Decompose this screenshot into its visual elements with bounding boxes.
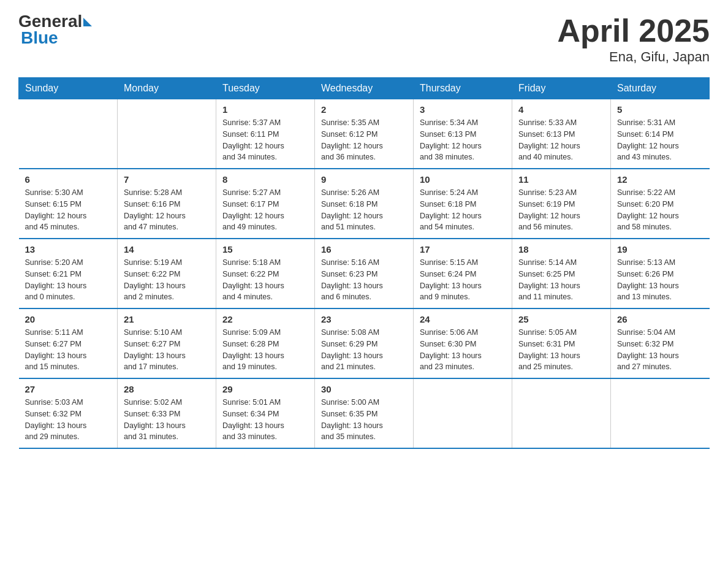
calendar-cell: 16Sunrise: 5:16 AMSunset: 6:23 PMDayligh… [315,239,414,308]
calendar-cell: 12Sunrise: 5:22 AMSunset: 6:20 PMDayligh… [611,169,710,239]
calendar-cell: 7Sunrise: 5:28 AMSunset: 6:16 PMDaylight… [118,169,216,239]
day-number: 22 [222,314,308,324]
day-number: 18 [518,244,604,255]
calendar-cell: 15Sunrise: 5:18 AMSunset: 6:22 PMDayligh… [216,239,315,308]
day-info: Sunrise: 5:02 AMSunset: 6:33 PMDaylight:… [124,397,210,443]
day-number: 25 [518,314,604,324]
day-info: Sunrise: 5:04 AMSunset: 6:32 PMDaylight:… [617,327,703,373]
calendar-cell: 14Sunrise: 5:19 AMSunset: 6:22 PMDayligh… [118,239,216,308]
calendar-subtitle: Ena, Gifu, Japan [557,49,710,65]
day-number: 27 [25,384,112,394]
title-area: April 2025 Ena, Gifu, Japan [557,12,710,65]
day-info: Sunrise: 5:33 AMSunset: 6:13 PMDaylight:… [518,117,604,163]
calendar-cell: 5Sunrise: 5:31 AMSunset: 6:14 PMDaylight… [611,99,710,169]
calendar-cell: 8Sunrise: 5:27 AMSunset: 6:17 PMDaylight… [216,169,315,239]
calendar-cell: 22Sunrise: 5:09 AMSunset: 6:28 PMDayligh… [216,308,315,378]
day-info: Sunrise: 5:37 AMSunset: 6:11 PMDaylight:… [222,117,308,163]
day-info: Sunrise: 5:31 AMSunset: 6:14 PMDaylight:… [617,117,703,163]
day-info: Sunrise: 5:18 AMSunset: 6:22 PMDaylight:… [222,257,308,303]
calendar-cell: 9Sunrise: 5:26 AMSunset: 6:18 PMDaylight… [315,169,414,239]
header-tuesday: Tuesday [216,78,315,99]
day-number: 7 [124,174,210,185]
header-row: Sunday Monday Tuesday Wednesday Thursday… [19,78,710,99]
day-number: 30 [321,384,407,394]
header-thursday: Thursday [414,78,512,99]
day-info: Sunrise: 5:19 AMSunset: 6:22 PMDaylight:… [124,257,210,303]
calendar-cell: 17Sunrise: 5:15 AMSunset: 6:24 PMDayligh… [414,239,512,308]
calendar-cell: 29Sunrise: 5:01 AMSunset: 6:34 PMDayligh… [216,378,315,448]
logo: General Blue [18,12,92,48]
day-number: 8 [222,174,308,185]
calendar-cell: 30Sunrise: 5:00 AMSunset: 6:35 PMDayligh… [315,378,414,448]
calendar-week-1: 1Sunrise: 5:37 AMSunset: 6:11 PMDaylight… [19,99,710,169]
day-info: Sunrise: 5:01 AMSunset: 6:34 PMDaylight:… [222,397,308,443]
calendar-cell: 6Sunrise: 5:30 AMSunset: 6:15 PMDaylight… [19,169,118,239]
day-info: Sunrise: 5:35 AMSunset: 6:12 PMDaylight:… [321,117,407,163]
logo-blue: Blue [21,28,58,47]
day-info: Sunrise: 5:24 AMSunset: 6:18 PMDaylight:… [420,187,506,233]
day-number: 14 [124,244,210,255]
day-number: 10 [420,174,506,185]
calendar-cell [512,378,611,448]
calendar-week-4: 20Sunrise: 5:11 AMSunset: 6:27 PMDayligh… [19,308,710,378]
calendar-cell: 18Sunrise: 5:14 AMSunset: 6:25 PMDayligh… [512,239,611,308]
day-info: Sunrise: 5:00 AMSunset: 6:35 PMDaylight:… [321,397,407,443]
day-number: 6 [25,174,112,185]
day-info: Sunrise: 5:10 AMSunset: 6:27 PMDaylight:… [124,327,210,373]
logo-triangle-icon [83,18,92,26]
calendar-cell: 24Sunrise: 5:06 AMSunset: 6:30 PMDayligh… [414,308,512,378]
day-info: Sunrise: 5:06 AMSunset: 6:30 PMDaylight:… [420,327,506,373]
calendar-cell [118,99,216,169]
day-info: Sunrise: 5:28 AMSunset: 6:16 PMDaylight:… [124,187,210,233]
day-info: Sunrise: 5:11 AMSunset: 6:27 PMDaylight:… [25,327,112,373]
calendar-cell [19,99,118,169]
day-number: 15 [222,244,308,255]
calendar-cell: 1Sunrise: 5:37 AMSunset: 6:11 PMDaylight… [216,99,315,169]
day-number: 28 [124,384,210,394]
day-number: 12 [617,174,703,185]
day-info: Sunrise: 5:08 AMSunset: 6:29 PMDaylight:… [321,327,407,373]
calendar-cell [611,378,710,448]
day-info: Sunrise: 5:05 AMSunset: 6:31 PMDaylight:… [518,327,604,373]
header-wednesday: Wednesday [315,78,414,99]
calendar-cell: 21Sunrise: 5:10 AMSunset: 6:27 PMDayligh… [118,308,216,378]
day-info: Sunrise: 5:27 AMSunset: 6:17 PMDaylight:… [222,187,308,233]
calendar-cell: 11Sunrise: 5:23 AMSunset: 6:19 PMDayligh… [512,169,611,239]
day-number: 19 [617,244,703,255]
day-info: Sunrise: 5:15 AMSunset: 6:24 PMDaylight:… [420,257,506,303]
day-number: 20 [25,314,112,324]
day-info: Sunrise: 5:22 AMSunset: 6:20 PMDaylight:… [617,187,703,233]
calendar-week-2: 6Sunrise: 5:30 AMSunset: 6:15 PMDaylight… [19,169,710,239]
calendar-title: April 2025 [557,12,710,49]
day-number: 16 [321,244,407,255]
day-number: 24 [420,314,506,324]
calendar-week-3: 13Sunrise: 5:20 AMSunset: 6:21 PMDayligh… [19,239,710,308]
day-number: 23 [321,314,407,324]
day-number: 5 [617,104,703,115]
calendar-table: Sunday Monday Tuesday Wednesday Thursday… [18,77,710,449]
calendar-cell: 20Sunrise: 5:11 AMSunset: 6:27 PMDayligh… [19,308,118,378]
day-number: 17 [420,244,506,255]
calendar-cell: 25Sunrise: 5:05 AMSunset: 6:31 PMDayligh… [512,308,611,378]
day-info: Sunrise: 5:26 AMSunset: 6:18 PMDaylight:… [321,187,407,233]
calendar-cell: 26Sunrise: 5:04 AMSunset: 6:32 PMDayligh… [611,308,710,378]
day-info: Sunrise: 5:23 AMSunset: 6:19 PMDaylight:… [518,187,604,233]
calendar-cell: 28Sunrise: 5:02 AMSunset: 6:33 PMDayligh… [118,378,216,448]
day-info: Sunrise: 5:03 AMSunset: 6:32 PMDaylight:… [25,397,112,443]
day-info: Sunrise: 5:13 AMSunset: 6:26 PMDaylight:… [617,257,703,303]
day-info: Sunrise: 5:30 AMSunset: 6:15 PMDaylight:… [25,187,112,233]
calendar-cell: 19Sunrise: 5:13 AMSunset: 6:26 PMDayligh… [611,239,710,308]
calendar-cell: 4Sunrise: 5:33 AMSunset: 6:13 PMDaylight… [512,99,611,169]
header-friday: Friday [512,78,611,99]
calendar-cell: 3Sunrise: 5:34 AMSunset: 6:13 PMDaylight… [414,99,512,169]
day-info: Sunrise: 5:16 AMSunset: 6:23 PMDaylight:… [321,257,407,303]
calendar-cell [414,378,512,448]
day-number: 9 [321,174,407,185]
day-number: 3 [420,104,506,115]
day-info: Sunrise: 5:09 AMSunset: 6:28 PMDaylight:… [222,327,308,373]
header: General Blue April 2025 Ena, Gifu, Japan [18,12,710,65]
calendar-cell: 2Sunrise: 5:35 AMSunset: 6:12 PMDaylight… [315,99,414,169]
calendar-week-5: 27Sunrise: 5:03 AMSunset: 6:32 PMDayligh… [19,378,710,448]
day-number: 26 [617,314,703,324]
day-number: 2 [321,104,407,115]
